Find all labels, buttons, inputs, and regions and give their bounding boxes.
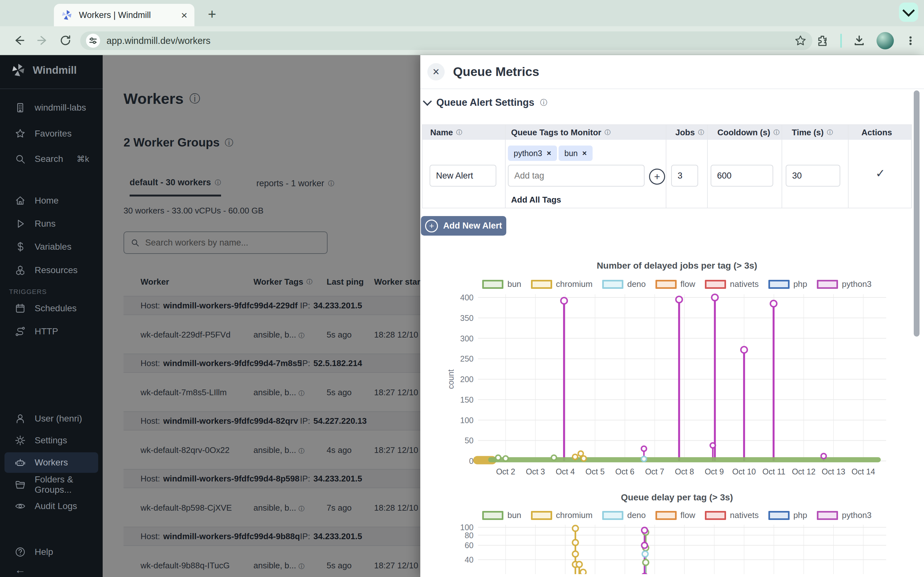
- jobs-input[interactable]: [671, 165, 698, 187]
- sidebar-item-favorites[interactable]: Favorites: [0, 123, 103, 144]
- column-cooldown: Cooldown (s)ⓘ: [717, 127, 779, 137]
- info-icon[interactable]: ⓘ: [604, 128, 611, 137]
- legend-flow[interactable]: flow: [656, 510, 695, 520]
- legend-bun[interactable]: bun: [482, 510, 521, 520]
- menu-kebab-icon[interactable]: [905, 35, 916, 47]
- close-button[interactable]: ×: [427, 63, 445, 81]
- column-worker[interactable]: Worker: [141, 277, 169, 287]
- sidebar-item-home[interactable]: Home: [0, 190, 103, 211]
- info-icon[interactable]: ⓘ: [215, 178, 221, 187]
- legend-swatch: [656, 511, 677, 520]
- legend-python3[interactable]: python3: [817, 279, 872, 289]
- add-all-tags-button[interactable]: Add All Tags: [511, 195, 561, 205]
- sidebar-item-label: Favorites: [35, 129, 71, 139]
- url-text[interactable]: app.windmill.dev/workers: [107, 35, 788, 46]
- add-tag-input[interactable]: [508, 165, 645, 187]
- info-icon[interactable]: ⓘ: [774, 128, 780, 137]
- sidebar-collapse-button[interactable]: ←: [0, 559, 103, 577]
- sidebar-item-schedules[interactable]: Schedules: [0, 298, 103, 319]
- route-icon: [15, 326, 26, 337]
- download-icon[interactable]: [853, 34, 866, 47]
- search-input[interactable]: [145, 237, 320, 248]
- alert-name-input[interactable]: [430, 165, 496, 187]
- info-icon[interactable]: ⓘ: [698, 128, 704, 137]
- worker-name: wk-default-82qrv-0Ox22: [141, 445, 229, 455]
- info-icon[interactable]: ⓘ: [306, 277, 312, 286]
- sidebar-item-folders[interactable]: Folders & Groups...: [0, 474, 103, 495]
- legend-python3[interactable]: python3: [817, 510, 872, 520]
- info-icon[interactable]: ⓘ: [225, 137, 234, 148]
- column-worker-tags[interactable]: Worker Tags ⓘ: [254, 277, 312, 287]
- browser-tab[interactable]: Workers | Windmill ×: [54, 4, 194, 26]
- extensions-icon[interactable]: [817, 34, 829, 47]
- host-row: Host: windmill-workers-9fdfc99d4-82qrv I…: [124, 411, 420, 430]
- plus-icon: +: [425, 219, 438, 232]
- legend-php[interactable]: php: [768, 510, 807, 520]
- info-icon[interactable]: ⓘ: [328, 179, 334, 188]
- legend-php[interactable]: php: [768, 279, 807, 289]
- worker-row[interactable]: wk-default-9b88q-ITucG ansible, b... ⓘ 5…: [124, 546, 420, 577]
- legend-label: php: [793, 279, 807, 289]
- queue-alert-settings-toggle[interactable]: Queue Alert Settings ⓘ: [424, 97, 548, 108]
- sidebar-item-user[interactable]: User (henri): [0, 408, 103, 429]
- worker-search-box[interactable]: [124, 231, 328, 254]
- worker-row[interactable]: wk-default-7m8s5-LIllm ansible, b... ⓘ 5…: [124, 373, 420, 411]
- sidebar-item-workers[interactable]: Workers: [5, 452, 98, 473]
- legend-label: flow: [680, 510, 695, 520]
- column-worker-started[interactable]: Worker started: [374, 277, 420, 287]
- sidebar-item-audit-logs[interactable]: Audit Logs: [0, 496, 103, 516]
- back-icon[interactable]: [13, 34, 26, 47]
- svg-text:Oct 12: Oct 12: [792, 467, 816, 476]
- worker-row[interactable]: wk-default-8p598-CjXVE ansible, b... ⓘ 7…: [124, 488, 420, 527]
- forward-icon[interactable]: [36, 34, 49, 47]
- chip-remove-icon[interactable]: ×: [582, 149, 587, 158]
- add-tag-button[interactable]: +: [649, 169, 665, 185]
- worker-row[interactable]: wk-default-82qrv-0Ox22 ansible, b... ⓘ 4…: [124, 430, 420, 469]
- avatar[interactable]: [877, 32, 894, 49]
- reload-icon[interactable]: [59, 34, 72, 47]
- legend-deno[interactable]: deno: [602, 279, 646, 289]
- tab-close-icon[interactable]: ×: [181, 10, 187, 21]
- sidebar-brand[interactable]: Windmill: [11, 63, 77, 77]
- legend-swatch: [531, 511, 552, 520]
- tab-default-group[interactable]: default - 30 workers ⓘ: [129, 177, 221, 197]
- chip-remove-icon[interactable]: ×: [547, 149, 551, 158]
- sidebar-item-variables[interactable]: Variables: [0, 237, 103, 257]
- tab-reports-group[interactable]: reports - 1 worker ⓘ: [256, 177, 334, 197]
- info-icon[interactable]: ⓘ: [189, 91, 200, 106]
- legend-nativets[interactable]: nativets: [705, 510, 759, 520]
- worker-name: wk-default-8p598-CjXVE: [141, 503, 232, 513]
- sidebar-item-settings[interactable]: Settings: [0, 430, 103, 451]
- site-info-icon[interactable]: [86, 34, 100, 48]
- sidebar-item-runs[interactable]: Runs: [0, 213, 103, 234]
- time-input[interactable]: [786, 165, 840, 187]
- tag-chip-python3[interactable]: python3 ×: [508, 145, 557, 161]
- legend-flow[interactable]: flow: [656, 279, 695, 289]
- url-bar[interactable]: app.windmill.dev/workers: [80, 31, 813, 50]
- info-icon[interactable]: ⓘ: [827, 128, 833, 137]
- column-last-ping[interactable]: Last ping: [326, 277, 364, 287]
- column-separator: [848, 125, 849, 208]
- legend-chromium[interactable]: chromium: [531, 279, 593, 289]
- tag-chip-bun[interactable]: bun ×: [559, 145, 593, 161]
- cooldown-input[interactable]: [711, 165, 773, 187]
- bookmark-star-icon[interactable]: [795, 35, 806, 47]
- legend-nativets[interactable]: nativets: [705, 279, 759, 289]
- info-icon[interactable]: ⓘ: [540, 98, 547, 107]
- sidebar-item-resources[interactable]: Resources: [0, 260, 103, 280]
- info-icon[interactable]: ⓘ: [456, 128, 462, 137]
- legend-deno[interactable]: deno: [602, 510, 646, 520]
- legend-bun[interactable]: bun: [482, 279, 521, 289]
- confirm-alert-button[interactable]: ✓: [876, 167, 885, 180]
- tab-search-button[interactable]: [899, 3, 918, 22]
- sidebar-item-search[interactable]: Search ⌘k: [0, 149, 103, 169]
- sidebar-item-workspace[interactable]: windmill-labs: [0, 97, 103, 118]
- legend-label: php: [793, 510, 807, 520]
- sidebar-item-http[interactable]: HTTP: [0, 321, 103, 342]
- plus-icon: +: [654, 171, 660, 182]
- add-new-alert-button[interactable]: + Add New Alert: [421, 216, 506, 235]
- worker-row[interactable]: wk-default-229df-P5FVd ansible, b... ⓘ 5…: [124, 315, 420, 354]
- drawer-scrollbar[interactable]: [914, 90, 919, 337]
- legend-chromium[interactable]: chromium: [531, 510, 593, 520]
- new-tab-button[interactable]: +: [208, 7, 216, 21]
